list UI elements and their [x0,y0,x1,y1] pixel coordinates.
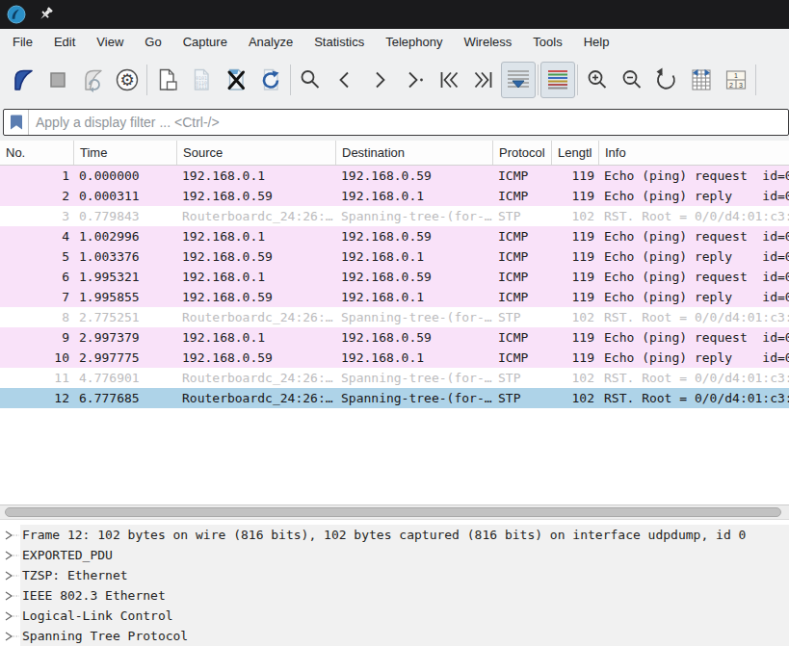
last-packet-icon [470,66,497,93]
detail-row[interactable]: Spanning Tree Protocol [0,626,789,646]
detail-label: EXPORTED_PDU [22,548,113,562]
reload-file-button[interactable] [253,62,288,98]
menu-file[interactable]: File [3,31,42,53]
packet-row-6[interactable]: 61.995321192.168.0.1192.168.0.59ICMP119E… [0,267,789,287]
expand-arrow-icon[interactable] [0,585,20,606]
previous-packet-icon [331,66,358,93]
packet-row-8[interactable]: 82.775251Routerboardc_24:26:…Spanning-tr… [0,307,789,327]
column-header-time[interactable]: Time [74,141,177,165]
cell-time: 1.995321 [74,267,177,287]
expand-arrow-icon[interactable] [0,565,20,585]
packet-row-4[interactable]: 41.002996192.168.0.1192.168.0.59ICMP119E… [0,226,789,246]
scrollbar-thumb[interactable] [5,507,781,517]
detail-row[interactable]: EXPORTED_PDU [0,545,789,565]
menu-help[interactable]: Help [574,31,619,53]
packet-row-12[interactable]: 126.777685Routerboardc_24:26:…Spanning-t… [0,388,789,408]
cell-no: 2 [0,186,74,206]
close-file-button[interactable] [219,62,253,98]
cell-source: 192.168.0.59 [177,186,336,206]
colorize-toggle[interactable] [540,62,575,98]
filter-bookmark-button[interactable] [4,110,29,135]
expand-arrow-icon[interactable] [0,545,20,565]
packet-row-9[interactable]: 92.997379192.168.0.1192.168.0.59ICMP119E… [0,327,789,348]
detail-label: IEEE 802.3 Ethernet [22,588,166,603]
cell-destination: Spanning-tree-(for-… [336,368,493,388]
detail-row[interactable]: Frame 12: 102 bytes on wire (816 bits), … [0,525,789,545]
menu-telephony[interactable]: Telephony [376,31,452,53]
auto-scroll-toggle[interactable] [501,62,536,98]
column-header-no[interactable]: No. [0,141,74,165]
save-file-button: 0101 0110 0111 [184,62,219,98]
column-header-length[interactable]: Lengtl [552,141,599,165]
resize-columns-icon [688,66,715,93]
cell-protocol: ICMP [493,186,552,206]
expand-arrow-icon[interactable] [0,525,20,545]
cell-protocol: ICMP [493,348,552,368]
stop-capture-button [40,62,75,98]
packet-row-11[interactable]: 114.776901Routerboardc_24:26:…Spanning-t… [0,368,789,388]
packet-row-5[interactable]: 51.003376192.168.0.59192.168.0.1ICMP119E… [0,246,789,267]
packet-row-7[interactable]: 71.995855192.168.0.59192.168.0.1ICMP119E… [0,287,789,307]
cell-no: 9 [0,327,74,348]
zoom-out-button[interactable] [615,62,649,98]
go-to-packet-button[interactable] [397,62,432,98]
stop-capture-icon [44,66,71,93]
next-packet-button[interactable] [362,62,397,98]
display-filter-input[interactable]: Apply a display filter ... <Ctrl-/> [3,109,789,136]
column-header-info[interactable]: Info [599,141,789,165]
packet-row-10[interactable]: 102.997775192.168.0.59192.168.0.1ICMP119… [0,348,789,368]
start-capture-button[interactable] [6,62,40,98]
menu-capture[interactable]: Capture [173,31,237,53]
cell-destination: 192.168.0.1 [336,246,493,267]
cell-no: 10 [0,348,74,368]
detail-row[interactable]: Logical-Link Control [0,606,789,626]
capture-options-button[interactable]: ⚙ [110,62,145,98]
cell-protocol: STP [493,307,552,327]
detail-row[interactable]: TZSP: Ethernet [0,565,789,585]
capture-options-icon: ⚙ [114,66,141,93]
menu-statistics[interactable]: Statistics [304,31,374,53]
cell-time: 0.779843 [74,206,177,226]
go-to-packet-icon [401,66,428,93]
cell-protocol: ICMP [493,166,552,186]
cell-time: 1.003376 [74,246,177,267]
next-packet-icon [366,66,393,93]
menu-wireless[interactable]: Wireless [454,31,521,53]
packet-row-1[interactable]: 10.000000192.168.0.1192.168.0.59ICMP119E… [0,166,789,186]
packet-row-2[interactable]: 20.000311192.168.0.59192.168.0.1ICMP119E… [0,186,789,206]
previous-packet-button[interactable] [328,62,362,98]
first-packet-button[interactable] [432,62,466,98]
cell-protocol: ICMP [493,267,552,287]
zoom-reset-button[interactable] [649,62,684,98]
packet-row-3[interactable]: 30.779843Routerboardc_24:26:…Spanning-tr… [0,206,789,226]
cell-protocol: STP [493,388,552,408]
cell-info: RST. Root = 0/0/d4:01:c3: [599,388,789,408]
start-capture-icon [10,66,37,93]
cell-no: 4 [0,226,74,246]
column-header-source[interactable]: Source [177,141,336,165]
cell-no: 12 [0,388,74,408]
cell-destination: 192.168.0.59 [336,226,493,246]
menu-tools[interactable]: Tools [523,31,571,53]
zoom-in-button[interactable] [580,62,615,98]
cell-source: 192.168.0.59 [177,246,336,267]
column-header-destination[interactable]: Destination [336,141,493,165]
open-file-button[interactable] [149,62,184,98]
cell-destination: Spanning-tree-(for-… [336,388,493,408]
cell-no: 5 [0,246,74,267]
menu-view[interactable]: View [87,31,133,53]
column-header-protocol[interactable]: Protocol [493,141,552,165]
layout-panes-button[interactable]: 1 2 3 [719,62,753,98]
resize-columns-button[interactable] [684,62,719,98]
horizontal-scrollbar[interactable] [0,504,789,520]
menu-analyze[interactable]: Analyze [239,31,302,53]
last-packet-button[interactable] [466,62,501,98]
expand-arrow-icon[interactable] [0,626,20,646]
detail-row[interactable]: IEEE 802.3 Ethernet [0,585,789,606]
menu-go[interactable]: Go [135,31,171,53]
pin-icon[interactable] [38,6,55,23]
find-packet-button[interactable] [293,62,328,98]
menu-edit[interactable]: Edit [44,31,85,53]
expand-arrow-icon[interactable] [0,606,20,626]
cell-source: Routerboardc_24:26:… [177,206,336,226]
